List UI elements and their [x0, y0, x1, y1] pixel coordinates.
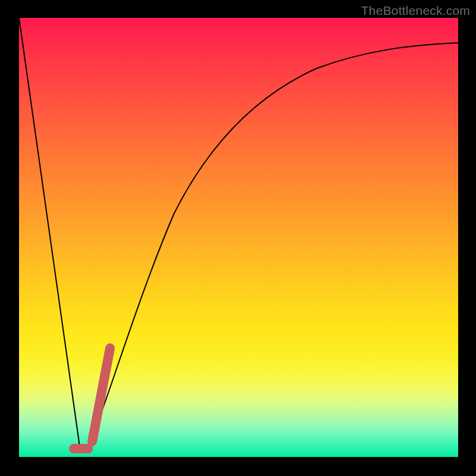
bottleneck-curve: [19, 18, 458, 451]
curve-layer: [19, 18, 458, 457]
chart-frame: TheBottleneck.com: [0, 0, 476, 476]
watermark-text: TheBottleneck.com: [361, 4, 470, 18]
plot-area: [19, 18, 458, 457]
